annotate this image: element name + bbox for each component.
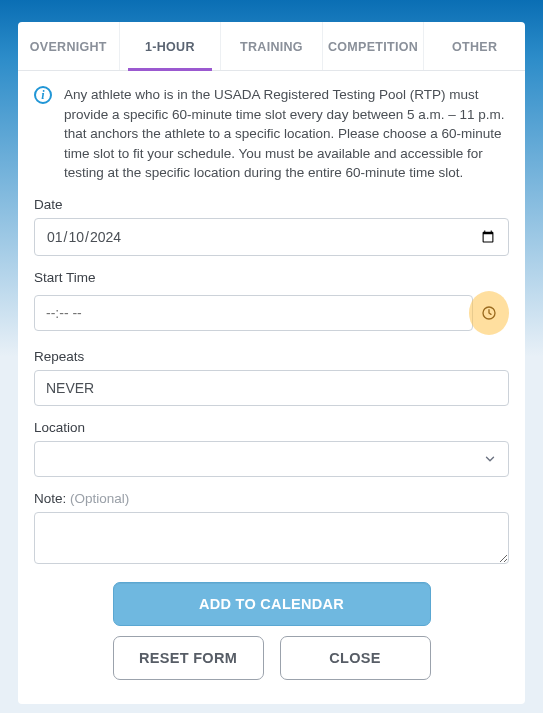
start-time-input[interactable] — [34, 295, 473, 331]
clock-icon[interactable] — [481, 305, 497, 321]
start-time-field-group: Start Time — [34, 270, 509, 335]
date-label: Date — [34, 197, 509, 212]
date-field-group: Date — [34, 197, 509, 256]
add-to-calendar-button[interactable]: ADD TO CALENDAR — [113, 582, 431, 626]
date-input[interactable] — [34, 218, 509, 256]
info-icon: i — [34, 86, 52, 104]
tab-training[interactable]: TRAINING — [221, 22, 323, 70]
info-row: i Any athlete who is in the USADA Regist… — [34, 85, 509, 183]
tab-competition[interactable]: COMPETITION — [323, 22, 425, 70]
tab-overnight[interactable]: OVERNIGHT — [18, 22, 120, 70]
info-text: Any athlete who is in the USADA Register… — [64, 85, 509, 183]
location-label: Location — [34, 420, 509, 435]
location-field-group: Location — [34, 420, 509, 477]
reset-form-button[interactable]: RESET FORM — [113, 636, 264, 680]
tab-other[interactable]: OTHER — [424, 22, 525, 70]
time-highlight — [469, 291, 509, 335]
schedule-modal: OVERNIGHT 1-HOUR TRAINING COMPETITION OT… — [18, 22, 525, 704]
start-time-label: Start Time — [34, 270, 509, 285]
note-textarea[interactable] — [34, 512, 509, 564]
repeats-label: Repeats — [34, 349, 509, 364]
close-button[interactable]: CLOSE — [280, 636, 431, 680]
tab-1-hour[interactable]: 1-HOUR — [120, 22, 222, 70]
tab-content: i Any athlete who is in the USADA Regist… — [18, 71, 525, 704]
secondary-button-row: RESET FORM CLOSE — [34, 636, 509, 680]
note-field-group: Note: (Optional) — [34, 491, 509, 568]
repeats-input[interactable] — [34, 370, 509, 406]
tab-bar: OVERNIGHT 1-HOUR TRAINING COMPETITION OT… — [18, 22, 525, 71]
primary-button-row: ADD TO CALENDAR — [34, 582, 509, 626]
repeats-field-group: Repeats — [34, 349, 509, 406]
location-select[interactable] — [34, 441, 509, 477]
note-label: Note: (Optional) — [34, 491, 509, 506]
